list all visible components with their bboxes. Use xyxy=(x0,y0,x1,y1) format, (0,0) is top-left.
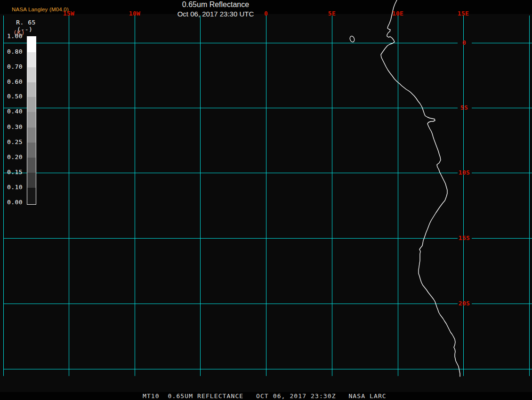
satellite-image-viewer: NASA Langley (M04.0) 0.65um Reflectance … xyxy=(0,0,532,400)
coastline-africa-west xyxy=(381,0,460,376)
colorbar-tick-label: 0.80 xyxy=(4,48,23,55)
lat-label-0: 0 xyxy=(455,40,474,46)
colorbar-tick-label: 0.50 xyxy=(4,93,23,100)
colorbar-tick-label: 0.00 xyxy=(4,199,23,206)
island-sao-tome xyxy=(349,35,355,42)
status-bar: MT10 0.65UM REFLECTANCE OCT 06, 2017 23:… xyxy=(143,392,387,400)
lon-label-15W: 15W xyxy=(58,10,79,17)
colorbar-tick-label: 0.70 xyxy=(4,64,23,70)
colorbar-tick-label: 1.00 xyxy=(4,33,23,40)
colorbar-tick-label: 0.10 xyxy=(4,184,23,191)
colorbar-name: R. 65 xyxy=(14,19,38,26)
lat-label-5S: 5S xyxy=(455,104,474,111)
colorbar-tick-label: 0.30 xyxy=(4,124,23,130)
lon-label-5E: 5E xyxy=(322,10,342,17)
colorbar-tick-label: 0.15 xyxy=(4,169,23,176)
colorbar-tick-label: 0.20 xyxy=(4,154,23,160)
lon-label-15E: 15E xyxy=(453,10,474,17)
lat-label-20S: 20S xyxy=(455,300,474,307)
title-product: 0.65um Reflectance xyxy=(134,1,297,8)
lat-label-10S: 10S xyxy=(455,169,474,176)
lat-label-15S: 15S xyxy=(455,235,474,241)
lon-label-10E: 10E xyxy=(387,10,408,17)
colorbar-tick-label: 0.60 xyxy=(4,79,23,85)
lon-label-0: 0 xyxy=(256,10,276,17)
colorbar-tick-label: 0.40 xyxy=(4,108,23,115)
lon-label-10W: 10W xyxy=(124,10,145,17)
colorbar-gradient xyxy=(27,36,36,205)
map-canvas xyxy=(0,0,532,400)
colorbar-tick-label: 0.25 xyxy=(4,139,23,145)
